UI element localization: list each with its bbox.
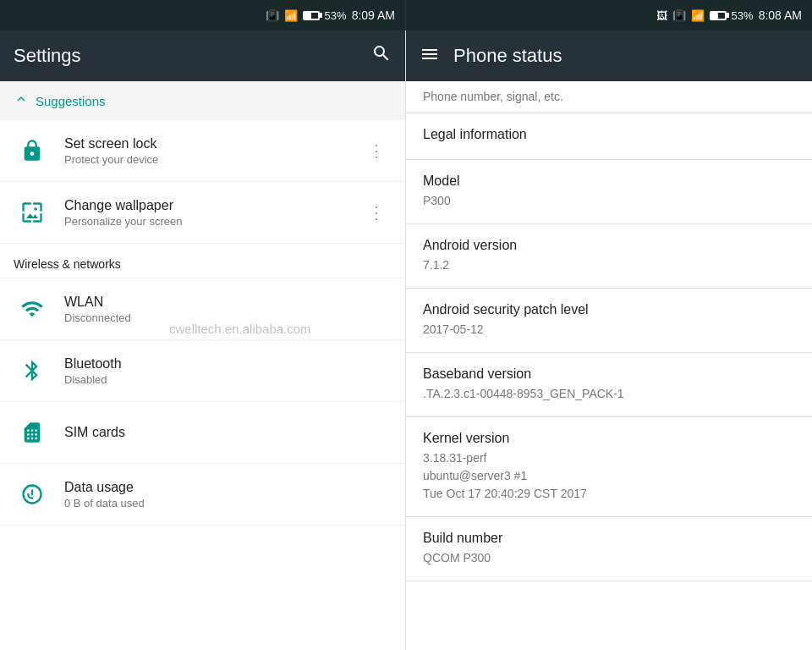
data-usage-text: Data usage 0 B of data used [64, 480, 392, 510]
set-screen-lock-subtitle: Protect your device [64, 153, 361, 166]
build-number-item: Build number QCOM P300 [406, 517, 812, 581]
kernel-version-item: Kernel version 3.18.31-perf ubuntu@serve… [406, 417, 812, 517]
time-right: 8:08 AM [759, 8, 802, 22]
android-version-label: Android version [423, 238, 795, 253]
security-patch-label: Android security patch level [423, 302, 795, 317]
time-left: 8:09 AM [352, 8, 395, 22]
settings-panel: Settings Suggestions [0, 30, 406, 650]
vibrate-icon-right: 📳 [672, 9, 686, 22]
battery-icon-right [710, 11, 727, 20]
lock-icon [14, 132, 51, 169]
set-screen-lock-title: Set screen lock [64, 136, 361, 151]
wallpaper-icon [14, 194, 51, 231]
data-usage-item[interactable]: Data usage 0 B of data used [0, 464, 405, 526]
bluetooth-text: Bluetooth Disabled [64, 356, 392, 386]
kernel-version-label: Kernel version [423, 431, 795, 446]
change-wallpaper-item[interactable]: Change wallpaper Personalize your screen… [0, 182, 405, 244]
kernel-version-value: 3.18.31-perf ubuntu@server3 #1 Tue Oct 1… [423, 449, 795, 503]
settings-header: Settings [0, 30, 405, 81]
hamburger-icon[interactable] [420, 44, 440, 69]
status-bar-right: 🖼 📳 📶 53% 8:08 AM [406, 0, 812, 30]
settings-content: Suggestions Set screen lock Protect your… [0, 81, 405, 650]
suggestions-header[interactable]: Suggestions [0, 81, 405, 120]
phone-status-header: Phone status [406, 30, 812, 81]
phone-number-item[interactable]: Phone number, signal, etc. [406, 81, 812, 113]
gallery-icon-right: 🖼 [656, 9, 667, 22]
wlan-text: WLAN Disconnected [64, 295, 392, 324]
model-item: Model P300 [406, 160, 812, 224]
model-label: Model [423, 174, 795, 189]
phone-status-title: Phone status [453, 45, 562, 67]
data-usage-title: Data usage [64, 480, 392, 495]
phone-status-content: Phone number, signal, etc. Legal informa… [406, 81, 812, 650]
wifi-icon [14, 290, 51, 328]
legal-info-item[interactable]: Legal information [406, 113, 812, 160]
main-area: Settings Suggestions [0, 30, 812, 650]
baseband-version-label: Baseband version [423, 366, 795, 382]
wlan-item[interactable]: WLAN Disconnected [0, 278, 405, 340]
more-options-wallpaper[interactable]: ⋮ [361, 196, 392, 229]
bluetooth-icon [14, 352, 51, 389]
phone-number-value: Phone number, signal, etc. [423, 88, 795, 106]
sim-icon [14, 414, 51, 451]
sim-cards-title: SIM cards [64, 425, 392, 440]
phone-status-panel: Phone status Phone number, signal, etc. … [406, 30, 812, 650]
status-bar: 📳 📶 53% 8:09 AM 🖼 📳 📶 53% 8:08 AM [0, 0, 812, 30]
more-options-lock[interactable]: ⋮ [361, 134, 392, 168]
security-patch-item: Android security patch level 2017-05-12 [406, 289, 812, 353]
wireless-section-header: Wireless & networks [0, 244, 405, 278]
sim-cards-text: SIM cards [64, 425, 392, 440]
bluetooth-subtitle: Disabled [64, 373, 392, 386]
build-number-value: QCOM P300 [423, 549, 795, 567]
security-patch-value: 2017-05-12 [423, 321, 795, 339]
search-button[interactable] [371, 43, 392, 69]
set-screen-lock-item[interactable]: Set screen lock Protect your device ⋮ [0, 120, 405, 182]
signal-icon: 📶 [284, 9, 298, 22]
status-bar-left: 📳 📶 53% 8:09 AM [0, 0, 406, 30]
set-screen-lock-text: Set screen lock Protect your device [64, 136, 361, 166]
battery-percent-right: 53% [732, 9, 754, 22]
baseband-version-value: .TA.2.3.c1-00448-8953_GEN_PACK-1 [423, 385, 795, 403]
battery-percent-left: 53% [325, 9, 347, 22]
signal-icon-right: 📶 [691, 9, 705, 22]
android-version-value: 7.1.2 [423, 256, 795, 274]
battery-icon [303, 11, 320, 20]
vibrate-icon: 📳 [266, 9, 279, 22]
legal-info-label: Legal information [423, 127, 795, 142]
android-version-item: Android version 7.1.2 [406, 224, 812, 289]
change-wallpaper-text: Change wallpaper Personalize your screen [64, 198, 361, 228]
data-usage-icon [14, 476, 51, 513]
change-wallpaper-subtitle: Personalize your screen [64, 215, 361, 228]
build-number-label: Build number [423, 531, 795, 546]
wireless-section-label: Wireless & networks [14, 257, 121, 271]
bluetooth-item[interactable]: Bluetooth Disabled [0, 340, 405, 402]
data-usage-subtitle: 0 B of data used [64, 497, 392, 510]
wlan-subtitle: Disconnected [64, 311, 392, 324]
suggestions-label: Suggestions [36, 94, 106, 108]
model-value: P300 [423, 192, 795, 210]
change-wallpaper-title: Change wallpaper [64, 198, 361, 213]
chevron-up-icon [14, 91, 29, 110]
bluetooth-title: Bluetooth [64, 356, 392, 372]
wlan-title: WLAN [64, 295, 392, 310]
sim-cards-item[interactable]: SIM cards [0, 402, 405, 464]
baseband-version-item: Baseband version .TA.2.3.c1-00448-8953_G… [406, 353, 812, 417]
settings-title: Settings [14, 45, 81, 67]
